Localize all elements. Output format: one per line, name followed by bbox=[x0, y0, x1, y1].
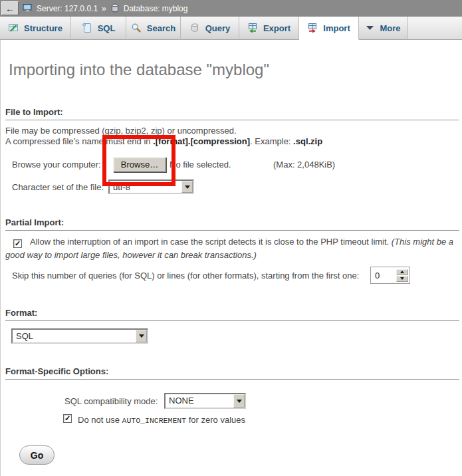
import-icon bbox=[307, 23, 318, 33]
tab-sql[interactable]: SQL bbox=[71, 17, 126, 40]
tab-label: Query bbox=[205, 23, 231, 33]
dropdown-arrow-button[interactable] bbox=[233, 394, 245, 408]
tab-structure[interactable]: Structure bbox=[0, 17, 71, 40]
note-format-pattern: .[format].[compression] bbox=[153, 136, 250, 146]
sql-compatibility-select[interactable]: NONE bbox=[164, 393, 246, 409]
zero-values-label: Do not use AUTO_INCREMENT for zero value… bbox=[78, 415, 245, 425]
section-heading-format: Format: bbox=[5, 308, 459, 321]
tabbar-filler bbox=[408, 17, 462, 40]
tab-export[interactable]: Export bbox=[239, 17, 299, 40]
tab-label: Import bbox=[323, 23, 350, 33]
section-heading-partial-import: Partial Import: bbox=[5, 217, 459, 231]
phpmyadmin-import-page: ← Server: 127.0.0.1 » Database: myblog bbox=[0, 0, 462, 476]
breadcrumb-database-link[interactable]: Database: myblog bbox=[124, 4, 188, 13]
chevron-up-icon bbox=[400, 271, 404, 273]
chevron-down-icon bbox=[185, 185, 190, 189]
skip-queries-input[interactable]: 0 bbox=[370, 267, 410, 284]
sql-compatibility-label: SQL compatibility mode: bbox=[64, 396, 158, 406]
chevron-down-icon bbox=[139, 334, 144, 338]
format-selected-value: SQL bbox=[13, 330, 136, 342]
zero-values-text: Do not use bbox=[78, 415, 122, 425]
dropdown-arrow-button[interactable] bbox=[181, 181, 193, 193]
allow-interruption-text: Allow the interruption of an import in c… bbox=[30, 237, 392, 247]
chevron-down-icon bbox=[400, 277, 404, 280]
dropdown-arrow-button[interactable] bbox=[136, 330, 147, 342]
max-upload-size: (Max: 2,048KiB) bbox=[273, 160, 335, 170]
chevron-down-icon bbox=[366, 25, 374, 31]
tab-label: More bbox=[380, 23, 400, 33]
sql-icon bbox=[82, 23, 92, 33]
tab-import[interactable]: Import bbox=[299, 17, 359, 40]
allow-interruption-checkbox[interactable]: ✓ bbox=[13, 239, 22, 248]
sql-compatibility-selected-value: NONE bbox=[166, 394, 233, 408]
back-arrow-icon: ← bbox=[5, 4, 15, 13]
zero-values-checkbox[interactable]: ✓ bbox=[63, 414, 72, 423]
section-heading-file-to-import: File to Import: bbox=[5, 107, 459, 120]
note-text: . Example: bbox=[250, 136, 293, 146]
tab-bar: Structure SQL Search bbox=[0, 17, 462, 40]
note-text: A compressed file's name must end in bbox=[5, 136, 153, 146]
auto-increment-code: AUTO_INCREMENT bbox=[122, 416, 187, 425]
go-button[interactable]: Go bbox=[19, 445, 55, 465]
server-icon bbox=[23, 3, 33, 13]
database-icon bbox=[110, 3, 120, 13]
no-file-selected-text: No file selected. bbox=[170, 160, 231, 170]
spinner-up-button[interactable] bbox=[396, 269, 408, 275]
search-icon bbox=[131, 23, 142, 33]
tab-label: Export bbox=[263, 23, 290, 33]
content-left-border bbox=[0, 40, 1, 476]
charset-select[interactable]: utf-8 bbox=[108, 179, 194, 194]
tab-label: Search bbox=[147, 23, 175, 33]
breadcrumb-bar: ← Server: 127.0.0.1 » Database: myblog bbox=[0, 0, 462, 17]
tab-more[interactable]: More bbox=[359, 17, 408, 40]
spinner-down-button[interactable] bbox=[396, 276, 408, 282]
breadcrumb-server-link[interactable]: Server: 127.0.0.1 bbox=[37, 4, 98, 13]
skip-queries-label: Skip this number of queries (for SQL) or… bbox=[12, 271, 359, 281]
chevron-down-icon bbox=[237, 400, 242, 403]
charset-label: Character set of the file: bbox=[12, 182, 104, 192]
skip-queries-value: 0 bbox=[372, 271, 396, 281]
breadcrumb-separator: » bbox=[102, 4, 106, 13]
charset-selected-value: utf-8 bbox=[110, 181, 181, 193]
compression-note-line1: File may be compressed (gzip, bzip2, zip… bbox=[5, 126, 237, 136]
back-button[interactable]: ← bbox=[1, 1, 19, 15]
spinner-buttons bbox=[396, 269, 408, 282]
export-icon bbox=[247, 23, 258, 33]
section-heading-format-options: Format-Specific Options: bbox=[5, 366, 459, 380]
browse-button[interactable]: Browse… bbox=[113, 157, 166, 172]
partial-import-option: ✓Allow the interruption of an import in … bbox=[5, 235, 461, 262]
structure-icon bbox=[8, 23, 19, 33]
format-select[interactable]: SQL bbox=[11, 328, 148, 344]
compression-note-line2: A compressed file's name must end in .[f… bbox=[5, 136, 322, 146]
page-title: Importing into the database "myblog" bbox=[9, 60, 269, 79]
tab-search[interactable]: Search bbox=[126, 17, 181, 40]
zero-values-text: for zero values bbox=[186, 415, 245, 425]
tab-label: Structure bbox=[24, 23, 62, 33]
query-icon bbox=[189, 23, 200, 33]
browse-label: Browse your computer: bbox=[12, 160, 101, 170]
tab-query[interactable]: Query bbox=[181, 17, 239, 40]
tab-label: SQL bbox=[98, 23, 116, 33]
note-example: .sql.zip bbox=[293, 136, 322, 146]
